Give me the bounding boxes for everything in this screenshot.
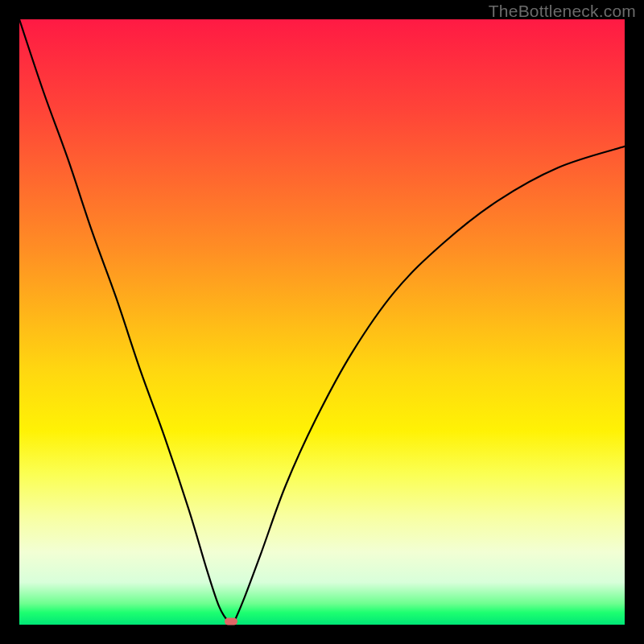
- chart-frame: TheBottleneck.com: [0, 0, 644, 644]
- chart-plot-area: [19, 19, 625, 625]
- chart-curve: [19, 19, 625, 625]
- min-marker-icon: [225, 618, 237, 625]
- curve-path: [19, 19, 625, 621]
- watermark-text: TheBottleneck.com: [489, 2, 636, 21]
